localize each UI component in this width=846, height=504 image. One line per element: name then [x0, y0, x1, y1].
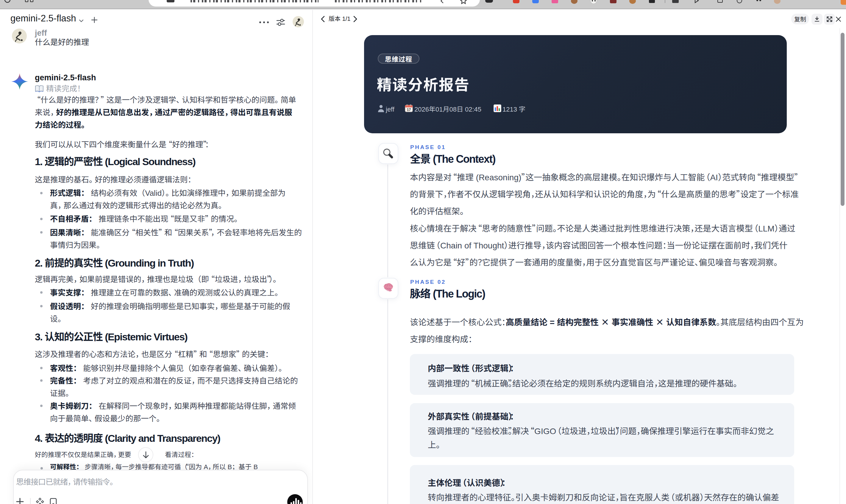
svg-text:17: 17	[407, 108, 411, 112]
